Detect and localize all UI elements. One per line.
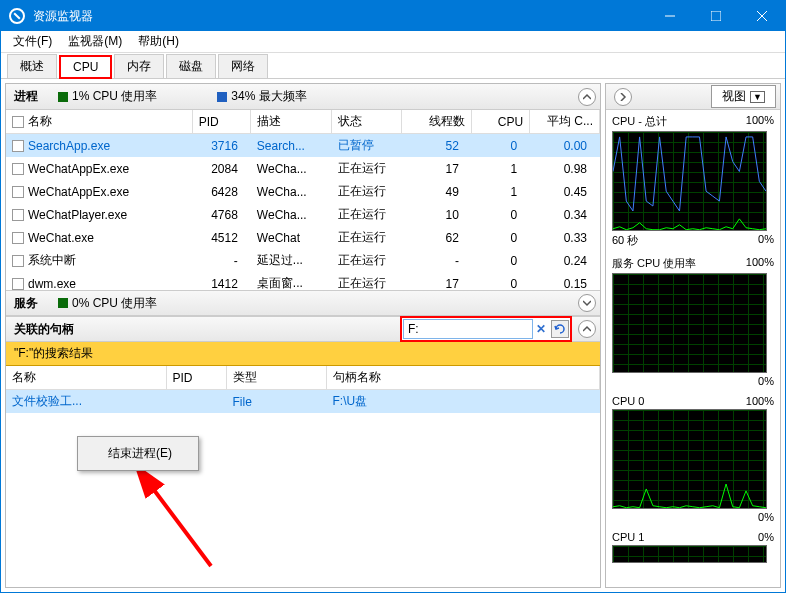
row-checkbox[interactable] — [12, 163, 24, 175]
tab-overview[interactable]: 概述 — [7, 54, 57, 78]
hcol-name[interactable]: 名称 — [6, 366, 166, 390]
chart-xlabel: 60 秒 — [612, 233, 638, 248]
tab-cpu[interactable]: CPU — [59, 55, 112, 79]
chart-min: 0% — [758, 511, 774, 523]
handles-search-input[interactable] — [403, 319, 533, 339]
table-row[interactable]: WeChatPlayer.exe4768WeCha...正在运行1000.34 — [6, 203, 600, 226]
handles-title: 关联的句柄 — [14, 321, 74, 338]
table-row[interactable]: 文件校验工...FileF:\U盘 — [6, 390, 600, 414]
table-row[interactable]: WeChat.exe4512WeChat正在运行6200.33 — [6, 226, 600, 249]
window-title: 资源监视器 — [33, 8, 647, 25]
chart-title: CPU - 总计 — [612, 114, 667, 129]
chevron-down-icon: ▼ — [750, 91, 765, 103]
maximize-button[interactable] — [693, 1, 739, 31]
chart-min: 0% — [758, 375, 774, 387]
col-threads[interactable]: 线程数 — [402, 110, 472, 134]
hcol-handle[interactable]: 句柄名称 — [326, 366, 600, 390]
max-freq-text: 34% 最大频率 — [231, 88, 306, 105]
services-expand-button[interactable] — [578, 294, 596, 312]
cpu-usage-text: 1% CPU 使用率 — [72, 88, 157, 105]
chart-title: CPU 1 — [612, 531, 644, 543]
row-checkbox[interactable] — [12, 186, 24, 198]
chart-block: CPU - 总计100% 60 秒0% — [606, 110, 780, 252]
processes-table: 名称 PID 描述 状态 线程数 CPU 平均 C... SearchApp.e… — [6, 110, 600, 290]
hcol-type[interactable]: 类型 — [226, 366, 326, 390]
right-panel: 视图▼ CPU - 总计100% 60 秒0% 服务 CPU 使用率100% 0… — [605, 83, 781, 588]
menu-help[interactable]: 帮助(H) — [130, 31, 187, 52]
max-freq-box-icon — [217, 92, 227, 102]
col-avg[interactable]: 平均 C... — [530, 110, 600, 134]
cpu-usage-box-icon — [58, 92, 68, 102]
table-row[interactable]: 系统中断-延迟过...正在运行-00.24 — [6, 249, 600, 272]
chart-max: 100% — [746, 256, 774, 271]
chart-title: CPU 0 — [612, 395, 644, 407]
chart-max: 100% — [746, 114, 774, 129]
chart-canvas — [612, 545, 767, 563]
chart-min: 0% — [758, 233, 774, 248]
chart-canvas — [612, 131, 767, 231]
window: 资源监视器 文件(F) 监视器(M) 帮助(H) 概述 CPU 内存 磁盘 网络… — [0, 0, 786, 593]
col-cpu[interactable]: CPU — [471, 110, 529, 134]
services-cpu-box-icon — [58, 298, 68, 308]
services-header[interactable]: 服务 0% CPU 使用率 — [6, 290, 600, 316]
minimize-button[interactable] — [647, 1, 693, 31]
processes-title: 进程 — [14, 88, 38, 105]
context-menu-end-process[interactable]: 结束进程(E) — [80, 439, 196, 468]
services-title: 服务 — [14, 295, 38, 312]
row-checkbox[interactable] — [12, 278, 24, 290]
close-button[interactable] — [739, 1, 785, 31]
titlebar[interactable]: 资源监视器 — [1, 1, 785, 31]
menubar: 文件(F) 监视器(M) 帮助(H) — [1, 31, 785, 53]
col-name[interactable]: 名称 — [28, 114, 52, 128]
clear-search-icon[interactable]: ✕ — [533, 322, 549, 336]
svg-rect-1 — [711, 11, 721, 21]
left-panel: 进程 1% CPU 使用率 34% 最大频率 名称 PID 描述 状态 线程数 … — [5, 83, 601, 588]
app-icon — [9, 8, 25, 24]
chart-max: 100% — [746, 395, 774, 407]
table-row[interactable]: SearchApp.exe3716Search...已暂停5200.00 — [6, 134, 600, 158]
menu-file[interactable]: 文件(F) — [5, 31, 60, 52]
tab-disk[interactable]: 磁盘 — [166, 54, 216, 78]
processes-header[interactable]: 进程 1% CPU 使用率 34% 最大频率 — [6, 84, 600, 110]
menu-monitor[interactable]: 监视器(M) — [60, 31, 130, 52]
right-collapse-button[interactable] — [614, 88, 632, 106]
hcol-pid[interactable]: PID — [166, 366, 226, 390]
row-checkbox[interactable] — [12, 209, 24, 221]
services-cpu-text: 0% CPU 使用率 — [72, 295, 157, 312]
table-row[interactable]: WeChatAppEx.exe2084WeCha...正在运行1710.98 — [6, 157, 600, 180]
context-menu: 结束进程(E) — [77, 436, 199, 471]
row-checkbox[interactable] — [12, 140, 24, 152]
handles-table: 名称 PID 类型 句柄名称 文件校验工...FileF:\U盘 — [6, 366, 600, 413]
chart-canvas — [612, 409, 767, 509]
handles-collapse-button[interactable] — [578, 320, 596, 338]
col-pid[interactable]: PID — [192, 110, 250, 134]
select-all-checkbox[interactable] — [12, 116, 24, 128]
row-checkbox[interactable] — [12, 232, 24, 244]
chart-max: 0% — [758, 531, 774, 543]
collapse-button[interactable] — [578, 88, 596, 106]
view-dropdown[interactable]: 视图▼ — [711, 85, 776, 108]
tab-network[interactable]: 网络 — [218, 54, 268, 78]
handles-header[interactable]: 关联的句柄 ✕ — [6, 316, 600, 342]
row-checkbox[interactable] — [12, 255, 24, 267]
table-row[interactable]: WeChatAppEx.exe6428WeCha...正在运行4910.45 — [6, 180, 600, 203]
chart-canvas — [612, 273, 767, 373]
right-header: 视图▼ — [606, 84, 780, 110]
tabbar: 概述 CPU 内存 磁盘 网络 — [1, 53, 785, 79]
chart-title: 服务 CPU 使用率 — [612, 256, 696, 271]
refresh-search-button[interactable] — [551, 320, 569, 338]
search-result-bar: "F:"的搜索结果 — [6, 342, 600, 366]
table-row[interactable]: dwm.exe1412桌面窗...正在运行1700.15 — [6, 272, 600, 290]
chart-block: CPU 0100% 0% — [606, 391, 780, 527]
chart-block: 服务 CPU 使用率100% 0% — [606, 252, 780, 391]
chart-block: CPU 10% — [606, 527, 780, 567]
tab-memory[interactable]: 内存 — [114, 54, 164, 78]
col-status[interactable]: 状态 — [332, 110, 402, 134]
col-desc[interactable]: 描述 — [250, 110, 331, 134]
